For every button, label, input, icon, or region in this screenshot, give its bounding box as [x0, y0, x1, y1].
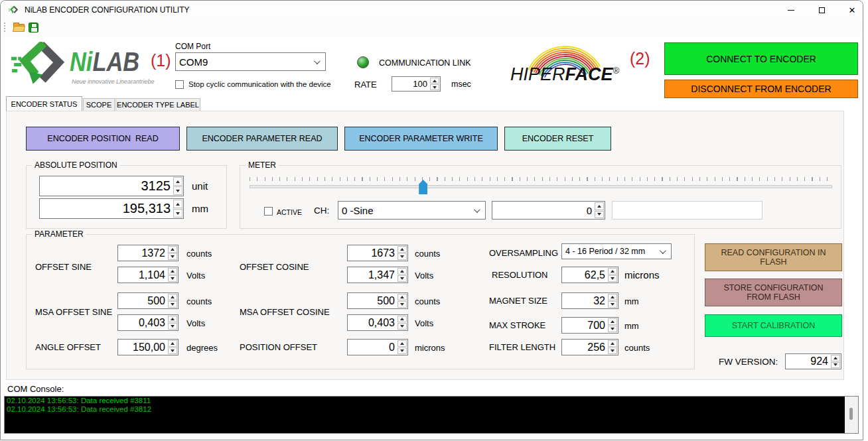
spin-up-button[interactable]: [173, 177, 182, 186]
spin-down-button[interactable]: [168, 347, 177, 354]
spin-down-button[interactable]: [168, 301, 177, 308]
spin-down-button[interactable]: [608, 301, 617, 308]
communication-link-label: COMMUNICATION LINK: [379, 58, 471, 68]
angle-offset-field[interactable]: 150,00: [117, 339, 179, 355]
spin-down-button[interactable]: [168, 275, 177, 282]
encoder-reset-button[interactable]: ENCODER RESET: [504, 127, 611, 151]
msa-offset-cosine-volts-field[interactable]: 0,403: [347, 314, 408, 331]
console-scrollbar-thumb[interactable]: [849, 408, 853, 420]
spinner-buttons: [167, 293, 178, 308]
msa-offset-cosine-counts-field[interactable]: 500: [347, 292, 408, 309]
absolute-position-unit-field[interactable]: 3125: [39, 176, 184, 196]
spin-down-button[interactable]: [168, 323, 177, 330]
msa-offset-sine-counts-unit: counts: [186, 296, 212, 306]
save-file-icon[interactable]: [29, 23, 38, 32]
minimize-button[interactable]: [776, 1, 806, 19]
spin-down-button[interactable]: [430, 84, 439, 90]
maximize-button[interactable]: [806, 1, 837, 19]
tab-encoder-status[interactable]: ENCODER STATUS: [6, 96, 82, 111]
spinner-buttons: [167, 315, 178, 330]
spin-down-button[interactable]: [398, 275, 407, 282]
window-title: NiLAB ENCODER CONFIGURATION UTILITY: [25, 5, 189, 15]
meter-text-field[interactable]: [612, 201, 762, 220]
tab-encoder-type-label[interactable]: ENCODER TYPE LABEL: [115, 98, 200, 111]
spin-down-button[interactable]: [595, 211, 604, 219]
spin-up-button[interactable]: [168, 340, 177, 347]
msa-offset-sine-counts-field[interactable]: 500: [117, 292, 179, 309]
spinner-buttons: [397, 267, 407, 283]
resolution-field[interactable]: 62,5: [561, 267, 618, 283]
spin-up-button[interactable]: [168, 316, 177, 322]
max-stroke-field[interactable]: 700: [561, 317, 618, 334]
tab-scope[interactable]: SCOPE: [83, 98, 115, 111]
position-offset-field[interactable]: 0: [347, 339, 408, 355]
position-offset-label: POSITION OFFSET: [240, 342, 317, 352]
spinner-buttons: [607, 318, 618, 333]
spin-up-button[interactable]: [168, 246, 177, 253]
toolbar: [1, 19, 863, 36]
console-scrollbar[interactable]: [845, 397, 858, 433]
spin-down-button[interactable]: [608, 275, 617, 282]
oversampling-label: OVERSAMPLING: [489, 248, 558, 258]
spin-up-button[interactable]: [608, 318, 617, 325]
spinner-buttons: [167, 245, 178, 261]
spin-down-button[interactable]: [608, 347, 617, 354]
read-configuration-flash-button[interactable]: READ CONFIGURATION IN FLASH: [705, 243, 842, 271]
encoder-parameter-read-button[interactable]: ENCODER PARAMETER READ: [186, 127, 338, 151]
spin-up-button[interactable]: [608, 268, 617, 275]
spin-up-button[interactable]: [608, 340, 617, 347]
spin-up-button[interactable]: [831, 355, 840, 361]
spin-down-button[interactable]: [831, 362, 840, 369]
stop-cyclic-checkbox[interactable]: [175, 80, 184, 89]
spin-down-button[interactable]: [398, 301, 407, 308]
spin-down-button[interactable]: [608, 326, 617, 332]
offset-sine-volts-field[interactable]: 1,104: [117, 267, 179, 283]
offset-cosine-volts-field[interactable]: 1,347: [347, 267, 408, 283]
offset-sine-counts-unit: counts: [186, 249, 212, 259]
spin-up-button[interactable]: [595, 202, 604, 210]
com-port-select[interactable]: COM9: [175, 52, 326, 71]
spin-up-button[interactable]: [398, 340, 407, 347]
spin-up-button[interactable]: [168, 268, 177, 275]
disconnect-button[interactable]: DISCONNECT FROM ENCODER: [664, 80, 858, 98]
meter-active-checkbox[interactable]: [264, 207, 273, 216]
rate-field[interactable]: 100: [392, 76, 441, 92]
spin-up-button[interactable]: [398, 246, 407, 253]
meter-value-field[interactable]: 0: [492, 201, 605, 220]
spin-up-button[interactable]: [608, 294, 617, 300]
meter-channel-select[interactable]: 0 -Sine: [338, 201, 486, 220]
spin-up-button[interactable]: [398, 294, 407, 300]
connect-button[interactable]: CONNECT TO ENCODER: [664, 42, 858, 75]
filter-length-field[interactable]: 256: [561, 339, 618, 355]
spin-up-button[interactable]: [168, 294, 177, 300]
offset-sine-counts-field[interactable]: 1372: [117, 245, 179, 261]
spin-down-button[interactable]: [398, 253, 407, 260]
fw-version-field[interactable]: 924: [785, 353, 841, 369]
spin-down-button[interactable]: [173, 186, 182, 195]
spin-up-button[interactable]: [398, 268, 407, 275]
absolute-position-mm-field[interactable]: 195,313: [39, 198, 184, 219]
spin-down-button[interactable]: [398, 323, 407, 330]
close-button[interactable]: ✕: [837, 1, 867, 19]
magnet-size-field[interactable]: 32: [561, 292, 618, 309]
open-file-icon[interactable]: [13, 24, 25, 32]
store-configuration-flash-button[interactable]: STORE CONFIGURATION FROM FLASH: [705, 279, 842, 306]
com-console: 02.10.2024 13:56:53: Data received #3811…: [4, 396, 859, 434]
msa-offset-sine-volts-field[interactable]: 0,403: [117, 314, 179, 331]
encoder-position-read-button[interactable]: ENCODER POSITION READ: [26, 127, 180, 151]
spin-up-button[interactable]: [173, 200, 182, 208]
spinner-buttons: [607, 340, 618, 355]
start-calibration-button[interactable]: START CALIBRATION: [705, 314, 842, 337]
oversampling-select[interactable]: 4 - 16 Period / 32 mm: [561, 243, 672, 259]
encoder-parameter-write-button[interactable]: ENCODER PARAMETER WRITE: [344, 127, 498, 151]
spin-up-button[interactable]: [430, 78, 439, 84]
spin-down-button[interactable]: [398, 347, 407, 354]
spinner-buttons: [173, 199, 183, 218]
msa-offset-cosine-counts-unit: counts: [415, 296, 440, 306]
spin-down-button[interactable]: [168, 253, 177, 260]
offset-cosine-counts-field[interactable]: 1673: [347, 245, 408, 261]
meter-slider-track[interactable]: [250, 185, 832, 188]
spin-up-button[interactable]: [398, 316, 407, 322]
hiperface-logo-text: HIPERFACE®: [510, 64, 619, 85]
spin-down-button[interactable]: [173, 209, 182, 218]
